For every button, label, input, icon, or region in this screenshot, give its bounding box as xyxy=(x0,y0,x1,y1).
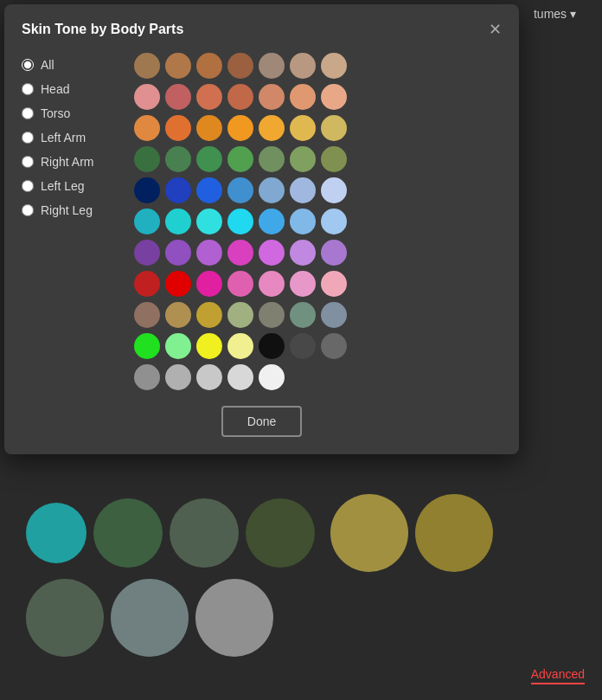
advanced-underline xyxy=(531,683,585,684)
color-swatch[interactable] xyxy=(227,53,253,79)
radio-head[interactable]: Head xyxy=(22,77,117,101)
color-swatch[interactable] xyxy=(259,364,285,390)
radio-all[interactable]: All xyxy=(22,53,117,77)
color-swatch[interactable] xyxy=(227,271,253,297)
color-swatch[interactable] xyxy=(259,115,285,141)
modal-body: All Head Torso Left Arm Right Arm Left L… xyxy=(22,53,502,390)
color-swatch[interactable] xyxy=(134,53,160,79)
color-row-2 xyxy=(134,84,347,110)
color-swatch[interactable] xyxy=(259,271,285,297)
color-swatch[interactable] xyxy=(165,302,191,328)
color-swatch[interactable] xyxy=(165,333,191,359)
color-swatch[interactable] xyxy=(227,364,253,390)
color-swatch[interactable] xyxy=(321,146,347,172)
modal-title: Skin Tone by Body Parts xyxy=(22,22,183,37)
color-swatch[interactable] xyxy=(227,209,253,234)
color-swatch[interactable] xyxy=(196,364,222,390)
color-swatch[interactable] xyxy=(196,53,222,79)
color-swatch[interactable] xyxy=(259,53,285,79)
color-swatch[interactable] xyxy=(259,333,285,359)
color-swatch[interactable] xyxy=(321,115,347,141)
color-swatch[interactable] xyxy=(196,146,222,172)
done-button[interactable]: Done xyxy=(221,406,302,437)
color-swatch[interactable] xyxy=(227,84,253,110)
bg-circle xyxy=(93,498,163,568)
color-swatch[interactable] xyxy=(196,271,222,297)
color-row-5 xyxy=(134,177,347,203)
color-swatch[interactable] xyxy=(259,84,285,110)
radio-left-leg[interactable]: Left Leg xyxy=(22,174,117,198)
body-parts-list: All Head Torso Left Arm Right Arm Left L… xyxy=(22,53,117,390)
color-swatch[interactable] xyxy=(227,240,253,266)
color-swatch[interactable] xyxy=(227,177,253,203)
color-swatch[interactable] xyxy=(165,364,191,390)
color-swatch[interactable] xyxy=(196,302,222,328)
radio-torso[interactable]: Torso xyxy=(22,101,117,125)
color-swatch[interactable] xyxy=(321,333,347,359)
color-swatch[interactable] xyxy=(134,209,160,234)
color-swatch[interactable] xyxy=(196,240,222,266)
color-swatch[interactable] xyxy=(134,146,160,172)
color-swatch[interactable] xyxy=(321,271,347,297)
color-swatch[interactable] xyxy=(165,115,191,141)
color-swatch[interactable] xyxy=(134,333,160,359)
color-swatch[interactable] xyxy=(290,146,316,172)
color-swatch[interactable] xyxy=(321,84,347,110)
color-swatch[interactable] xyxy=(290,302,316,328)
color-swatch[interactable] xyxy=(290,53,316,79)
color-swatch[interactable] xyxy=(290,333,316,359)
color-swatch[interactable] xyxy=(196,177,222,203)
color-row-3 xyxy=(134,115,347,141)
color-swatch[interactable] xyxy=(134,364,160,390)
color-swatch[interactable] xyxy=(134,271,160,297)
bg-circle xyxy=(330,494,408,572)
color-swatch[interactable] xyxy=(196,333,222,359)
color-swatch[interactable] xyxy=(227,115,253,141)
advanced-button[interactable]: Advanced xyxy=(531,667,585,684)
color-swatch[interactable] xyxy=(259,177,285,203)
color-swatch[interactable] xyxy=(227,302,253,328)
color-swatch[interactable] xyxy=(196,115,222,141)
color-swatch[interactable] xyxy=(134,84,160,110)
color-swatch[interactable] xyxy=(259,209,285,234)
color-swatch[interactable] xyxy=(259,146,285,172)
color-row-6 xyxy=(134,209,347,234)
close-button[interactable]: ✕ xyxy=(489,22,502,37)
color-swatch[interactable] xyxy=(134,115,160,141)
color-swatch[interactable] xyxy=(165,53,191,79)
color-swatch[interactable] xyxy=(321,209,347,234)
color-swatch[interactable] xyxy=(321,240,347,266)
color-swatch[interactable] xyxy=(321,302,347,328)
color-swatch[interactable] xyxy=(196,209,222,234)
skin-tone-modal: Skin Tone by Body Parts ✕ All Head Torso… xyxy=(4,4,519,454)
color-swatch[interactable] xyxy=(290,209,316,234)
radio-left-arm[interactable]: Left Arm xyxy=(22,125,117,150)
color-swatch[interactable] xyxy=(196,84,222,110)
bg-circle xyxy=(170,498,239,568)
color-swatch[interactable] xyxy=(290,84,316,110)
color-swatch[interactable] xyxy=(259,302,285,328)
color-swatch[interactable] xyxy=(134,177,160,203)
color-swatch[interactable] xyxy=(290,177,316,203)
color-swatch[interactable] xyxy=(227,146,253,172)
color-swatch[interactable] xyxy=(259,240,285,266)
bg-circle xyxy=(246,498,315,568)
color-swatch[interactable] xyxy=(290,271,316,297)
color-swatch[interactable] xyxy=(134,302,160,328)
color-swatch[interactable] xyxy=(290,240,316,266)
radio-right-arm[interactable]: Right Arm xyxy=(22,150,117,174)
color-swatch[interactable] xyxy=(321,53,347,79)
color-swatch[interactable] xyxy=(165,271,191,297)
bg-circle xyxy=(111,579,189,657)
color-swatch[interactable] xyxy=(165,84,191,110)
color-swatch[interactable] xyxy=(227,333,253,359)
color-swatch[interactable] xyxy=(165,177,191,203)
color-swatch[interactable] xyxy=(134,240,160,266)
color-swatch[interactable] xyxy=(165,240,191,266)
color-swatch[interactable] xyxy=(321,177,347,203)
color-row-9 xyxy=(134,302,347,328)
color-swatch[interactable] xyxy=(165,146,191,172)
radio-right-leg[interactable]: Right Leg xyxy=(22,198,117,222)
color-swatch[interactable] xyxy=(165,209,191,234)
color-swatch[interactable] xyxy=(290,115,316,141)
